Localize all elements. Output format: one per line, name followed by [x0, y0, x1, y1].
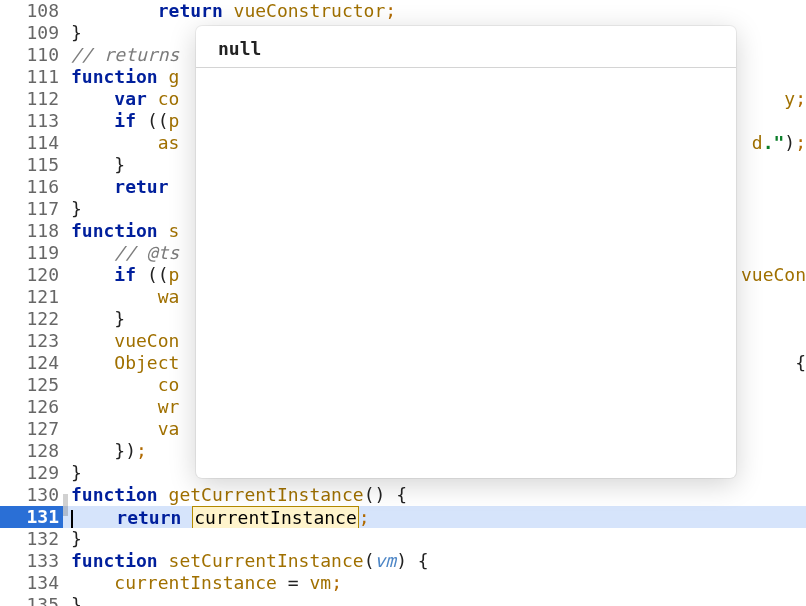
line-number: 113 [0, 110, 63, 132]
code-content[interactable]: function setCurrentInstance(vm) { [63, 550, 806, 572]
line-number: 112 [0, 88, 63, 110]
line-number: 128 [0, 440, 63, 462]
line-number: 109 [0, 22, 63, 44]
line-number: 117 [0, 198, 63, 220]
line-number: 110 [0, 44, 63, 66]
code-line[interactable]: 131 return currentInstance; [0, 506, 806, 528]
line-number: 134 [0, 572, 63, 594]
code-content[interactable]: } [63, 594, 806, 606]
line-number: 130 [0, 484, 63, 506]
highlighted-identifier: currentInstance [192, 506, 359, 528]
line-number: 120 [0, 264, 63, 286]
line-number: 119 [0, 242, 63, 264]
code-editor[interactable]: 108 return vueConstructor;109}110// retu… [0, 0, 806, 606]
line-number: 111 [0, 66, 63, 88]
line-number: 129 [0, 462, 63, 484]
code-line[interactable]: 108 return vueConstructor; [0, 0, 806, 22]
line-number: 123 [0, 330, 63, 352]
caret-column-indicator [63, 494, 68, 516]
line-number: 115 [0, 154, 63, 176]
line-number: 132 [0, 528, 63, 550]
code-content[interactable]: return vueConstructor; [63, 0, 806, 22]
code-content[interactable]: } [63, 528, 806, 550]
line-number: 124 [0, 352, 63, 374]
documentation-popup[interactable]: null [196, 26, 736, 478]
popup-title: null [196, 26, 736, 68]
line-number: 133 [0, 550, 63, 572]
code-content[interactable]: function getCurrentInstance() { [63, 484, 806, 506]
code-line[interactable]: 133function setCurrentInstance(vm) { [0, 550, 806, 572]
line-number: 114 [0, 132, 63, 154]
code-line[interactable]: 130function getCurrentInstance() { [0, 484, 806, 506]
code-line[interactable]: 132} [0, 528, 806, 550]
line-number: 126 [0, 396, 63, 418]
code-line[interactable]: 134 currentInstance = vm; [0, 572, 806, 594]
line-number: 108 [0, 0, 63, 22]
code-line[interactable]: 135} [0, 594, 806, 606]
popup-body [196, 68, 736, 88]
line-number: 135 [0, 594, 63, 606]
line-number: 125 [0, 374, 63, 396]
line-number: 131 [0, 506, 63, 528]
line-number: 127 [0, 418, 63, 440]
line-number: 121 [0, 286, 63, 308]
code-content[interactable]: currentInstance = vm; [63, 572, 806, 594]
line-number: 122 [0, 308, 63, 330]
line-number: 118 [0, 220, 63, 242]
code-content[interactable]: return currentInstance; [63, 506, 806, 528]
line-number: 116 [0, 176, 63, 198]
